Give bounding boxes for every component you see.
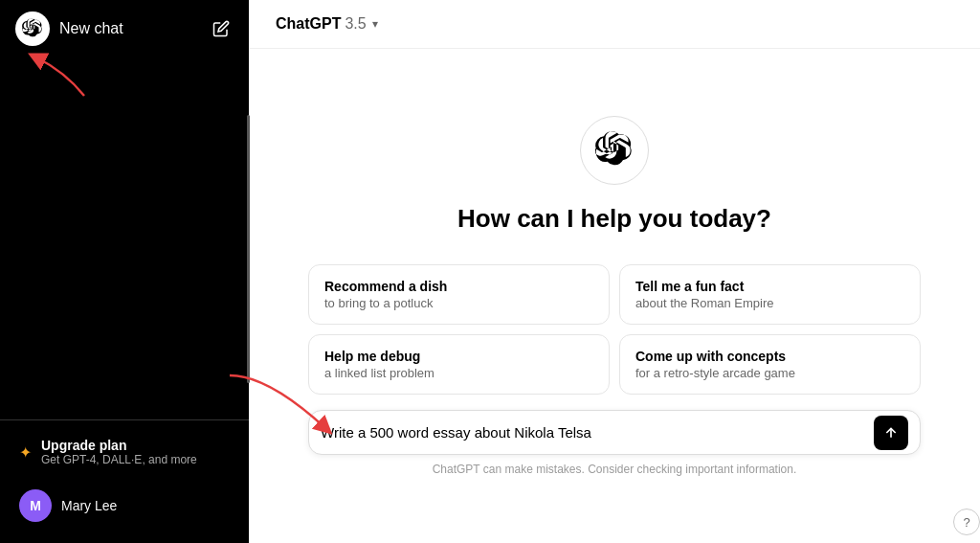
help-button[interactable]: ?	[953, 509, 980, 535]
send-icon	[883, 425, 899, 441]
suggestion-title-3: Come up with concepts	[635, 349, 904, 364]
chat-input[interactable]	[321, 411, 866, 454]
welcome-section: How can I help you today?	[457, 116, 771, 234]
model-version: 3.5	[345, 15, 366, 33]
edit-icon-button[interactable]	[209, 16, 234, 41]
model-name: ChatGPT	[276, 15, 341, 33]
suggestion-subtitle-2: a linked list problem	[324, 366, 593, 380]
avatar: M	[19, 489, 52, 522]
suggestion-card-3[interactable]: Come up with concepts for a retro-style …	[619, 334, 921, 395]
suggestion-title-1: Tell me a fun fact	[635, 279, 904, 294]
disclaimer-text: ChatGPT can make mistakes. Consider chec…	[308, 463, 921, 476]
upgrade-plan-button[interactable]: ✦ Upgrade plan Get GPT-4, DALL·E, and mo…	[11, 428, 237, 476]
gpt-logo-icon	[595, 131, 634, 170]
chat-area: How can I help you today? Recommend a di…	[249, 49, 980, 543]
new-chat-button[interactable]: New chat	[15, 11, 123, 46]
suggestion-grid: Recommend a dish to bring to a potluck T…	[308, 264, 921, 395]
suggestion-card-2[interactable]: Help me debug a linked list problem	[308, 334, 610, 395]
input-area: ChatGPT can make mistakes. Consider chec…	[308, 410, 921, 476]
model-selector-button[interactable]: ChatGPT 3.5 ▾	[268, 11, 386, 36]
suggestion-title-2: Help me debug	[324, 349, 593, 364]
main-header: ChatGPT 3.5 ▾	[249, 0, 980, 49]
main-content: ChatGPT 3.5 ▾ How can I help you today? …	[249, 0, 980, 543]
send-button[interactable]	[874, 416, 908, 450]
suggestion-subtitle-1: about the Roman Empire	[635, 296, 904, 310]
star-icon: ✦	[19, 443, 32, 462]
suggestion-card-0[interactable]: Recommend a dish to bring to a potluck	[308, 264, 610, 325]
new-chat-label: New chat	[59, 20, 123, 37]
suggestion-title-0: Recommend a dish	[324, 279, 593, 294]
welcome-heading: How can I help you today?	[457, 204, 771, 234]
sidebar-header: New chat	[0, 0, 249, 57]
user-profile-button[interactable]: M Mary Lee	[11, 480, 237, 532]
sidebar-footer: ✦ Upgrade plan Get GPT-4, DALL·E, and mo…	[0, 419, 249, 543]
suggestion-subtitle-0: to bring to a potluck	[324, 296, 593, 310]
suggestion-subtitle-3: for a retro-style arcade game	[635, 366, 904, 380]
edit-icon	[212, 20, 230, 37]
upgrade-text: Upgrade plan Get GPT-4, DALL·E, and more	[41, 438, 197, 466]
logo-circle	[15, 11, 50, 46]
input-wrapper	[308, 410, 921, 455]
chatgpt-logo-icon	[22, 18, 43, 39]
upgrade-subtitle: Get GPT-4, DALL·E, and more	[41, 453, 197, 466]
chevron-down-icon: ▾	[372, 17, 378, 31]
sidebar-content	[0, 57, 249, 419]
sidebar: New chat ✦ Upgrade plan Get GPT-4, DALL·…	[0, 0, 249, 543]
user-name: Mary Lee	[61, 498, 117, 513]
suggestion-card-1[interactable]: Tell me a fun fact about the Roman Empir…	[619, 264, 921, 325]
gpt-logo-circle	[580, 116, 649, 185]
sidebar-resize-handle[interactable]	[247, 115, 250, 383]
upgrade-title: Upgrade plan	[41, 438, 197, 453]
